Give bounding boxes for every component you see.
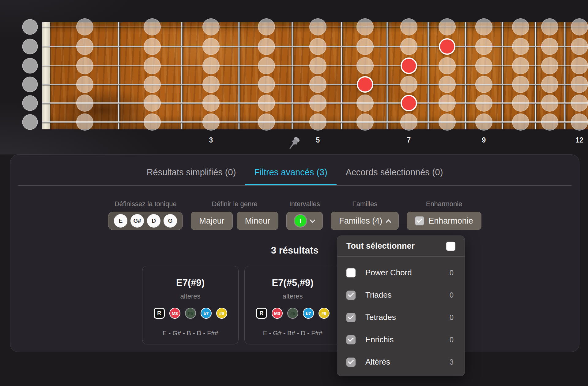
fret-position-dot[interactable]	[439, 18, 456, 35]
enharmonie-toggle-button[interactable]: Enharmonie	[407, 212, 481, 230]
fret-position-dot[interactable]	[202, 38, 220, 55]
fret-position-dot[interactable]	[356, 113, 374, 131]
note-pill-g[interactable]: G	[164, 214, 177, 228]
famille-option[interactable]: Enrichis0	[337, 328, 465, 351]
fret-position-dot[interactable]	[356, 95, 374, 112]
fret-position-dot[interactable]	[439, 113, 456, 131]
fret-position-dot[interactable]	[400, 113, 417, 131]
fret-position-dot[interactable]	[258, 76, 275, 93]
famille-option[interactable]: Tetrades0	[337, 306, 465, 328]
fret-position-dot[interactable]	[512, 57, 529, 74]
famille-checkbox[interactable]	[346, 268, 356, 277]
selected-note-dot[interactable]	[401, 58, 417, 74]
fret-position-dot[interactable]	[144, 76, 161, 93]
selected-note-dot[interactable]	[401, 95, 417, 111]
select-all-row[interactable]: Tout sélectionner	[337, 236, 465, 256]
fret-position-dot[interactable]	[571, 76, 588, 93]
select-all-checkbox[interactable]	[446, 242, 455, 251]
intervalles-dropdown-button[interactable]: I	[286, 212, 323, 230]
fret-position-dot[interactable]	[356, 18, 374, 35]
note-pill-gsharp[interactable]: G#	[130, 214, 144, 228]
fret-position-dot[interactable]	[512, 95, 529, 112]
fret-position-dot[interactable]	[356, 38, 374, 55]
fret-position-dot[interactable]	[76, 57, 93, 74]
selected-note-dot[interactable]	[439, 38, 455, 55]
fret-position-dot[interactable]	[512, 113, 529, 131]
fret-position-dot[interactable]	[475, 18, 492, 35]
fret-position-dot[interactable]	[439, 57, 456, 74]
open-string-marker[interactable]	[22, 58, 38, 74]
famille-checkbox[interactable]	[346, 358, 356, 367]
fret-position-dot[interactable]	[202, 57, 220, 74]
fret-position-dot[interactable]	[309, 76, 326, 93]
fret-position-dot[interactable]	[475, 38, 492, 55]
fret-position-dot[interactable]	[76, 113, 93, 131]
fret-position-dot[interactable]	[571, 38, 588, 55]
open-string-marker[interactable]	[22, 114, 38, 130]
open-string-marker[interactable]	[22, 39, 38, 54]
chord-card-e7sharp5sharp9[interactable]: E7(#5,#9) alteres RM3#5b7#9 E - G# - B# …	[244, 266, 341, 344]
fret-position-dot[interactable]	[439, 95, 456, 112]
fret-position-dot[interactable]	[475, 113, 492, 131]
tab-accords-selectionnes[interactable]: Accords sélectionnés (0)	[337, 165, 452, 185]
fret-position-dot[interactable]	[541, 57, 558, 74]
famille-checkbox[interactable]	[346, 291, 356, 300]
fret-position-dot[interactable]	[144, 57, 161, 74]
fret-position-dot[interactable]	[76, 18, 93, 35]
fret-position-dot[interactable]	[541, 95, 558, 112]
famille-option[interactable]: Altérés3	[337, 351, 465, 373]
fret-position-dot[interactable]	[309, 95, 326, 112]
open-string-marker[interactable]	[22, 77, 38, 92]
fret-position-dot[interactable]	[400, 76, 417, 93]
fret-position-dot[interactable]	[541, 18, 558, 35]
fret-position-dot[interactable]	[571, 18, 588, 35]
fret-position-dot[interactable]	[356, 57, 374, 74]
fret-position-dot[interactable]	[400, 18, 417, 35]
fret-position-dot[interactable]	[144, 18, 161, 35]
mineur-button[interactable]: Mineur	[237, 212, 279, 230]
chord-card-e7sharp9[interactable]: E7(#9) alteres RM3P5b7#9 E - G# - B - D …	[142, 266, 239, 344]
fret-position-dot[interactable]	[512, 76, 529, 93]
fret-position-dot[interactable]	[258, 113, 275, 131]
fret-position-dot[interactable]	[571, 95, 588, 112]
fret-position-dot[interactable]	[309, 113, 326, 131]
majeur-button[interactable]: Majeur	[191, 212, 233, 230]
fret-position-dot[interactable]	[76, 38, 93, 55]
fret-position-dot[interactable]	[202, 95, 220, 112]
fret-position-dot[interactable]	[202, 76, 220, 93]
fret-position-dot[interactable]	[541, 113, 558, 131]
note-pill-d[interactable]: D	[147, 214, 160, 228]
fret-position-dot[interactable]	[144, 95, 161, 112]
fret-position-dot[interactable]	[309, 57, 326, 74]
fret-position-dot[interactable]	[400, 38, 417, 55]
note-pill-e[interactable]: E	[114, 214, 127, 228]
fret-position-dot[interactable]	[202, 18, 220, 35]
fret-position-dot[interactable]	[512, 38, 529, 55]
famille-checkbox[interactable]	[346, 313, 356, 322]
familles-dropdown-button[interactable]: Familles (4)	[331, 212, 399, 230]
fret-position-dot[interactable]	[571, 113, 588, 131]
pin-icon[interactable]	[286, 135, 302, 151]
fret-position-dot[interactable]	[541, 76, 558, 93]
fret-position-dot[interactable]	[439, 76, 456, 93]
fret-position-dot[interactable]	[144, 38, 161, 55]
fret-position-dot[interactable]	[512, 18, 529, 35]
fret-position-dot[interactable]	[76, 95, 93, 112]
tab-filtres-avances[interactable]: Filtres avancés (3)	[245, 165, 337, 185]
famille-option[interactable]: Power Chord0	[337, 262, 465, 284]
fret-position-dot[interactable]	[144, 113, 161, 131]
fret-position-dot[interactable]	[571, 57, 588, 74]
fret-position-dot[interactable]	[258, 95, 275, 112]
fret-position-dot[interactable]	[258, 38, 275, 55]
fret-position-dot[interactable]	[475, 57, 492, 74]
open-string-marker[interactable]	[22, 95, 38, 111]
enharmonie-checkbox[interactable]	[415, 216, 424, 225]
famille-option[interactable]: Triades0	[337, 284, 465, 306]
open-string-marker[interactable]	[22, 19, 38, 35]
selected-note-dot[interactable]	[357, 76, 373, 93]
fret-position-dot[interactable]	[202, 113, 220, 131]
famille-checkbox[interactable]	[346, 335, 356, 344]
fret-position-dot[interactable]	[541, 38, 558, 55]
tab-resultats-simplifies[interactable]: Résultats simplifiés (0)	[138, 165, 245, 185]
fret-position-dot[interactable]	[309, 38, 326, 55]
